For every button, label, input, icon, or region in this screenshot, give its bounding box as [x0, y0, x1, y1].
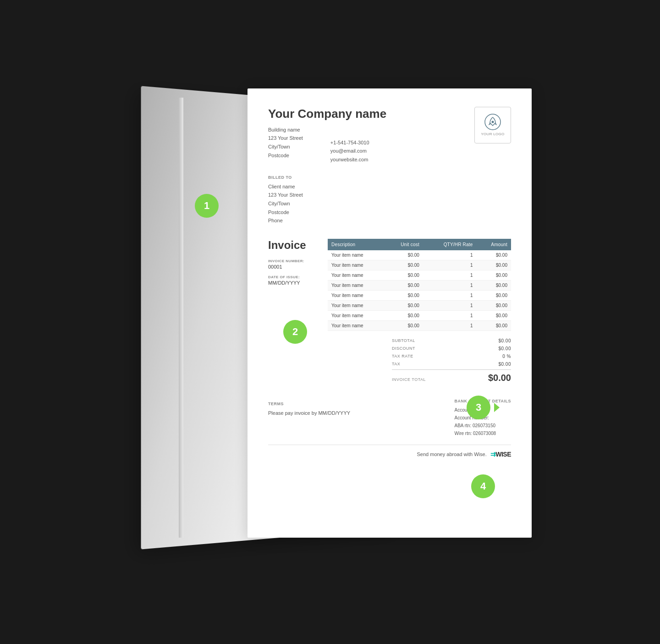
table-row: Your item name $0.00 1 $0.00 [328, 311, 511, 321]
company-name: Your Company name [268, 107, 386, 121]
subtotal-label: SUBTOTAL [392, 338, 415, 343]
scene: 1 2 3 4 Your Company name Building name … [124, 70, 536, 574]
header-address-contact: Building name 123 Your Street City/Town … [268, 126, 386, 164]
company-address: Building name 123 Your Street City/Town … [268, 126, 303, 164]
invoice-title: Invoice [268, 239, 319, 252]
tax-rate-row: TAX RATE 0 % [392, 354, 511, 359]
terms-label: TERMS [268, 402, 350, 406]
discount-row: DIsCoUnT $0.00 [392, 346, 511, 351]
tax-rate-label: TAX RATE [392, 354, 413, 359]
invoice-left: Invoice INVOICE NUMBER: 00001 DATE OF IS… [268, 239, 319, 291]
invoice-date-value: MM/DD/YYYY [268, 280, 319, 286]
tax-rate-value: 0 % [502, 354, 511, 359]
table-row: Your item name $0.00 1 $0.00 [328, 281, 511, 291]
company-contact: +1-541-754-3010 you@email.com yourwebsit… [330, 138, 369, 164]
invoice-number-label: INVOICE NUMBER: [268, 259, 319, 263]
col-qty: QTY/HR Rate [423, 239, 477, 250]
col-description: Description [328, 239, 385, 250]
totals-divider [392, 369, 511, 370]
discount-value: $0.00 [498, 346, 511, 351]
table-header: Description Unit cost QTY/HR Rate Amount [328, 239, 511, 250]
col-unit-cost: Unit cost [385, 239, 423, 250]
terms-text: Please pay invoice by MM/DD/YYYY [268, 409, 350, 418]
billed-to-details: Client name 123 Your Street City/Town Po… [268, 182, 511, 225]
invoice-footer: Send money abroad with Wise. ⇉WISE [268, 445, 511, 458]
invoice-body: Invoice INVOICE NUMBER: 00001 DATE OF IS… [268, 239, 511, 331]
table-row: Your item name $0.00 1 $0.00 [328, 270, 511, 281]
invoice-date-label: DATE OF ISSUE: [268, 275, 319, 279]
badge-3: 3 [467, 396, 490, 419]
table-row: Your item name $0.00 1 $0.00 [328, 250, 511, 260]
invoice-number-value: 00001 [268, 264, 319, 270]
table-row: Your item name $0.00 1 $0.00 [328, 321, 511, 331]
discount-label: DIsCoUnT [392, 346, 415, 351]
wise-logo: ⇉WISE [490, 451, 511, 458]
billed-to-label: BILLED TO [268, 175, 511, 180]
col-amount: Amount [477, 239, 511, 250]
subtotal-row: SUBTOTAL $0.00 [392, 338, 511, 343]
company-info: Your Company name Building name 123 Your… [268, 107, 386, 164]
billed-to-section: BILLED TO Client name 123 Your Street Ci… [268, 175, 511, 225]
table-row: Your item name $0.00 1 $0.00 [328, 291, 511, 301]
totals-table: SUBTOTAL $0.00 DIsCoUnT $0.00 TAX RATE 0… [392, 338, 511, 383]
company-logo: YOUR LOGO [474, 107, 511, 143]
invoice-total-value: $0.00 [488, 373, 511, 383]
rocket-icon [484, 114, 501, 130]
badge-2: 2 [283, 320, 307, 344]
totals-section: SUBTOTAL $0.00 DIsCoUnT $0.00 TAX RATE 0… [268, 338, 511, 383]
svg-point-1 [492, 121, 494, 123]
subtotal-value: $0.00 [498, 338, 511, 343]
table-row: Your item name $0.00 1 $0.00 [328, 260, 511, 270]
tax-label: TAX [392, 362, 400, 367]
table-row: Your item name $0.00 1 $0.00 [328, 301, 511, 311]
table-body: Your item name $0.00 1 $0.00 Your item n… [328, 250, 511, 331]
invoice-header: Your Company name Building name 123 Your… [268, 107, 511, 164]
invoice-document: Your Company name Building name 123 Your… [248, 88, 532, 538]
badge-4: 4 [471, 474, 495, 498]
badge-1: 1 [195, 194, 219, 218]
items-table: Description Unit cost QTY/HR Rate Amount… [328, 239, 511, 331]
wise-tagline: Send money abroad with Wise. [417, 451, 486, 457]
terms-section: TERMS Please pay invoice by MM/DD/YYYY [268, 402, 350, 437]
tax-value: $0.00 [498, 362, 511, 367]
invoice-total-label: INVOICE TOTAL [392, 377, 426, 382]
tax-row: TAX $0.00 [392, 362, 511, 367]
paper-fold [179, 97, 183, 538]
invoice-total-row: INVOICE TOTAL $0.00 [392, 373, 511, 383]
